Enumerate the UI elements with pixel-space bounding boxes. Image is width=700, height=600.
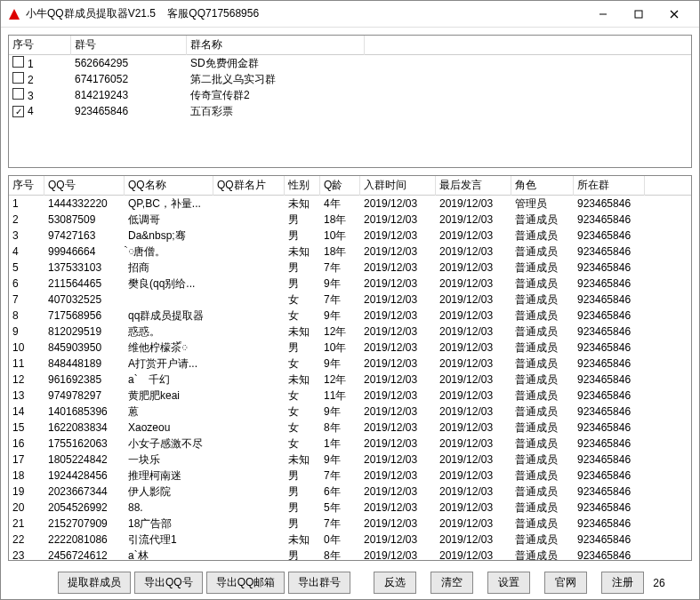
member-cell: 2019/12/03 [360,340,436,355]
maximize-button[interactable] [621,2,656,27]
col-header-card[interactable]: QQ群名片 [213,176,285,196]
export-qq-button[interactable]: 导出QQ号 [134,572,203,594]
group-id-cell: 923465846 [71,104,187,118]
col-header-role[interactable]: 角色 [511,176,574,196]
member-cell: 女 [285,356,320,372]
member-row[interactable]: 192023667344伊人影院男6年2019/12/032019/12/03普… [9,484,691,500]
member-cell: 男 [285,468,320,484]
invert-button[interactable]: 反选 [374,572,416,594]
svg-rect-2 [635,11,642,18]
content-area: 序号 群号 群名称 1562664295SD免费佣金群2674176052第二批… [1,28,699,568]
member-row[interactable]: 161755162063小女子感激不尽女1年2019/12/032019/12/… [9,436,691,452]
member-row[interactable]: 151622083834Xaozeou女8年2019/12/032019/12/… [9,420,691,436]
member-row[interactable]: 5137533103招商男7年2019/12/032019/12/03普通成员9… [9,260,691,276]
member-cell: 0年 [320,532,360,548]
member-cell: 7年 [320,468,360,484]
toolbar: 提取群成员 导出QQ号 导出QQ邮箱 导出群号 反选 清空 设置 官网 注册 2… [1,568,699,599]
group-checkbox[interactable]: ✓ [12,106,24,117]
extract-members-button[interactable]: 提取群成员 [58,572,131,594]
member-cell: 1805224842 [44,452,125,467]
member-cell: 99946664 [44,244,125,259]
col-header-in-group[interactable]: 所在群 [574,176,645,196]
member-cell: 923465846 [574,292,645,307]
member-row[interactable]: 11444332220QP,BC，补量...未知4年2019/12/032019… [9,196,691,212]
member-cell: 97427163 [44,228,125,243]
count-label: 26 [653,577,664,589]
export-group-button[interactable]: 导出群号 [288,572,350,594]
member-cell: 惑惑。 [125,324,213,340]
member-row[interactable]: 499946664ེ唐僧。未知18年2019/12/032019/12/03普通… [9,244,691,260]
member-row[interactable]: 13974978297黄肥肥keai女11年2019/12/032019/12/… [9,388,691,404]
member-row[interactable]: 6211564465樊良(qq别给...男9年2019/12/032019/12… [9,276,691,292]
member-cell: 923465846 [574,196,645,211]
member-row[interactable]: 10845903950维他柠檬茶ོ男10年2019/12/032019/12/0… [9,340,691,356]
col-header-index[interactable]: 序号 [9,36,71,55]
member-cell: 2019/12/03 [436,340,511,355]
members-body: 11444332220QP,BC，补量...未知4年2019/12/032019… [9,196,691,560]
member-cell: 1924428456 [44,468,125,483]
member-row[interactable]: 21215270790918广告部男7年2019/12/032019/12/03… [9,516,691,532]
member-cell: 普通成员 [511,516,574,532]
export-email-button[interactable]: 导出QQ邮箱 [206,572,286,594]
close-button[interactable] [656,2,692,27]
group-checkbox[interactable] [12,88,24,100]
member-row[interactable]: 11848448189A打赏开户请...女9年2019/12/032019/12… [9,356,691,372]
groups-panel: 序号 群号 群名称 1562664295SD免费佣金群2674176052第二批… [8,35,692,168]
member-cell: 普通成员 [511,356,574,372]
col-header-age[interactable]: Q龄 [320,176,360,196]
member-cell: 2019/12/03 [436,372,511,387]
member-cell: 848448189 [44,356,125,371]
member-row[interactable]: 12961692385a`ゞ千幻未知12年2019/12/032019/12/0… [9,372,691,388]
group-row[interactable]: 1562664295SD免费佣金群 [9,55,691,71]
member-cell: 3 [9,228,44,243]
minimize-button[interactable] [585,2,621,27]
member-row[interactable]: 253087509低调哥男18年2019/12/032019/12/03普通成员… [9,212,691,228]
member-cell: 22 [9,532,44,547]
group-row[interactable]: 2674176052第二批义乌实习群 [9,71,691,87]
member-cell: 18年 [320,244,360,260]
member-cell: 137533103 [44,260,125,275]
member-row[interactable]: 171805224842一块乐未知9年2019/12/032019/12/03普… [9,452,691,468]
member-cell: 1 [9,196,44,211]
clear-button[interactable]: 清空 [430,572,473,594]
member-cell: 未知 [285,372,320,388]
col-header-gender[interactable]: 性别 [285,176,320,196]
member-row[interactable]: 8717568956qq群成员提取器女9年2019/12/032019/12/0… [9,308,691,324]
group-checkbox[interactable] [12,56,24,68]
group-row[interactable]: ✓4923465846五百彩票 [9,103,691,119]
member-row[interactable]: 9812029519惑惑。未知12年2019/12/032019/12/03普通… [9,324,691,340]
member-cell: 6 [9,276,44,291]
member-cell: 女 [285,436,320,452]
members-grid[interactable]: 序号 QQ号 QQ名称 QQ群名片 性别 Q龄 入群时间 最后发言 角色 所在群… [9,176,691,560]
group-row[interactable]: 3814219243传奇宣传群2 [9,87,691,103]
group-index: 1 [28,58,34,70]
group-checkbox[interactable] [12,72,24,84]
col-header-group-name[interactable]: 群名称 [187,36,365,55]
member-row[interactable]: 397427163Da&nbsp;骞男10年2019/12/032019/12/… [9,228,691,244]
member-row[interactable]: 222222081086引流代理1未知0年2019/12/032019/12/0… [9,532,691,548]
member-cell: 11 [9,356,44,371]
member-row[interactable]: 141401685396蒽女9年2019/12/032019/12/03普通成员… [9,404,691,420]
member-cell: 88. [125,500,213,515]
group-index-cell: 2 [9,71,71,87]
settings-button[interactable]: 设置 [487,572,530,594]
member-row[interactable]: 232456724612a`林男8年2019/12/032019/12/03普通… [9,548,691,560]
col-header-nick[interactable]: QQ名称 [125,176,213,196]
website-button[interactable]: 官网 [544,572,587,594]
groups-grid[interactable]: 序号 群号 群名称 1562664295SD免费佣金群2674176052第二批… [9,36,691,167]
member-row[interactable]: 20205452699288.男5年2019/12/032019/12/03普通… [9,500,691,516]
col-header-join[interactable]: 入群时间 [360,176,436,196]
member-row[interactable]: 7407032525女7年2019/12/032019/12/03普通成员923… [9,292,691,308]
col-header-qq[interactable]: QQ号 [44,176,125,196]
group-id-cell: 562664295 [71,56,187,70]
member-cell: 845903950 [44,340,125,355]
member-row[interactable]: 181924428456推理柯南迷男7年2019/12/032019/12/03… [9,468,691,484]
register-button[interactable]: 注册 [601,572,644,594]
member-cell: 9年 [320,308,360,324]
member-cell: 男 [285,276,320,292]
col-header-seq[interactable]: 序号 [9,176,44,196]
member-cell: 普通成员 [511,372,574,388]
col-header-last[interactable]: 最后发言 [436,176,511,196]
member-cell: 普通成员 [511,532,574,548]
col-header-group-id[interactable]: 群号 [71,36,187,55]
